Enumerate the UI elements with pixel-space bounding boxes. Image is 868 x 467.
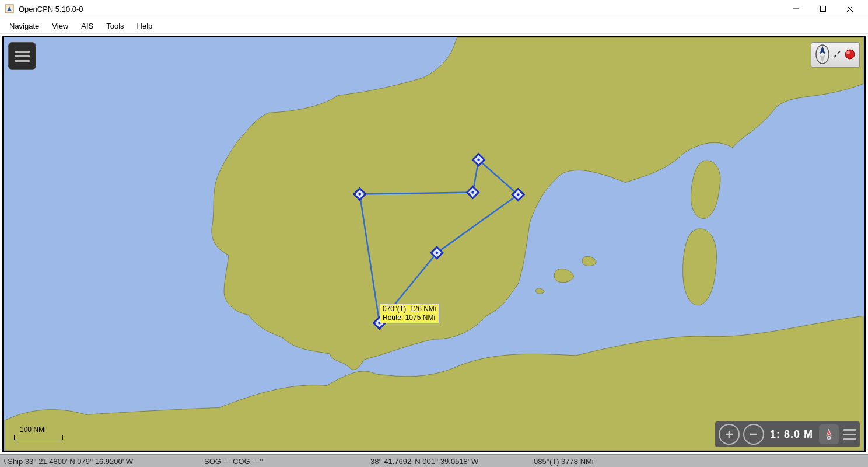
menu-ais[interactable]: AIS: [75, 20, 99, 32]
chart-menu-button[interactable]: [844, 429, 856, 440]
close-button[interactable]: [836, 0, 863, 18]
svg-point-14: [846, 51, 850, 54]
svg-point-13: [845, 50, 855, 59]
zoom-out-button[interactable]: [743, 424, 764, 445]
follow-ship-button[interactable]: [819, 424, 839, 444]
menu-tools[interactable]: Tools: [100, 20, 130, 32]
svg-point-18: [828, 437, 831, 440]
maximize-button[interactable]: [810, 0, 836, 18]
minimize-button[interactable]: [783, 0, 810, 18]
window-title: OpenCPN 5.10.0-0: [19, 5, 83, 13]
status-cursor-position: 38° 41.7692' N 001° 39.0518' W: [370, 457, 478, 466]
svg-point-11: [471, 191, 474, 194]
compass-icon: [815, 44, 830, 67]
hamburger-icon: [15, 48, 30, 65]
zoom-in-button[interactable]: [719, 424, 740, 445]
status-bearing-range: 085°(T) 3778 NMi: [534, 457, 594, 466]
app-icon: [5, 4, 14, 13]
gps-status-icon: [844, 48, 856, 62]
menu-bar: Navigate View AIS Tools Help: [0, 18, 868, 34]
svg-point-6: [358, 193, 361, 196]
menu-help[interactable]: Help: [131, 20, 159, 32]
menu-view[interactable]: View: [46, 20, 74, 32]
route-info-tooltip: 070°(T) 126 NMi Route: 1075 NMi: [380, 304, 439, 323]
chart-area[interactable]: 070°(T) 126 NMi Route: 1075 NMi 100 NMi …: [0, 34, 868, 454]
svg-point-10: [477, 159, 480, 162]
svg-rect-2: [821, 6, 826, 12]
menu-navigate[interactable]: Navigate: [4, 20, 45, 32]
status-sog-cog: SOG --- COG ---°: [204, 457, 263, 466]
chart-controls-panel: 1: 8.0 M: [715, 421, 860, 447]
satellite-icon: [833, 50, 841, 60]
chart-svg: [4, 37, 864, 451]
window-titlebar: OpenCPN 5.10.0-0: [0, 0, 868, 18]
main-menu-button[interactable]: [8, 42, 36, 70]
scale-bar-label: 100 NMi: [20, 426, 46, 434]
status-bar: \ Ship 33° 21.4800' N 079° 16.9200' W SO…: [0, 454, 868, 467]
svg-point-9: [517, 193, 520, 196]
compass-status-panel[interactable]: [811, 42, 860, 68]
status-ship-position: \ Ship 33° 21.4800' N 079° 16.9200' W: [4, 457, 133, 466]
chart-scale-text: 1: 8.0 M: [770, 428, 813, 441]
scale-bar: 100 NMi: [14, 426, 63, 440]
svg-point-8: [436, 252, 439, 255]
